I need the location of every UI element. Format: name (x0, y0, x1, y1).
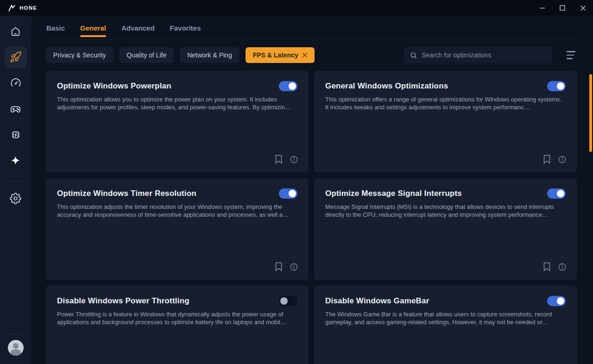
info-icon[interactable] (290, 262, 298, 271)
card-title: Optimize Windows Timer Resolution (57, 189, 196, 198)
sidebar-divider (10, 181, 22, 182)
card-description: Message Signal Interrupts (MSI) is a tec… (325, 203, 566, 219)
toggle-powerplan[interactable] (279, 81, 297, 91)
toggle-gamebar[interactable] (547, 296, 566, 306)
optimization-card-msi[interactable]: Optimize Message Signal Interrupts Messa… (314, 178, 577, 280)
bookmark-icon[interactable] (543, 262, 551, 271)
tab-favorites[interactable]: Favorites (170, 24, 201, 39)
bookmark-icon[interactable] (275, 262, 283, 271)
toggle-power-throttling[interactable] (279, 296, 297, 306)
gear-icon (10, 193, 21, 204)
filter-chip-privacy-security[interactable]: Privacy & Security (46, 47, 114, 63)
optimization-grid: Optimize Windows Powerplan This optimiza… (46, 71, 577, 364)
tab-advanced[interactable]: Advanced (121, 24, 155, 39)
sparkle-icon (10, 155, 21, 167)
optimization-card-general-windows[interactable]: General Windows Optimizations This optim… (314, 71, 577, 172)
filter-chip-quality-of-life[interactable]: Quality of Life (120, 47, 174, 63)
sort-filter-icon[interactable] (567, 51, 577, 59)
close-button[interactable] (573, 0, 593, 16)
card-title: General Windows Optimizations (325, 82, 448, 91)
card-description: This optimization offers a range of gene… (325, 96, 566, 111)
remove-filter-icon[interactable] (303, 53, 307, 57)
info-icon[interactable] (290, 155, 298, 164)
optimization-card-gamebar[interactable]: Disable Windows GameBar The Windows Game… (314, 286, 577, 364)
toggle-timer-resolution[interactable] (279, 188, 297, 199)
sidebar-divider-bottom (10, 334, 22, 334)
user-avatar[interactable] (8, 340, 24, 356)
filter-chip-fps-latency[interactable]: FPS & Latency (246, 47, 315, 63)
card-description: Power Throttling is a feature in Windows… (57, 311, 297, 326)
window-controls (532, 0, 593, 16)
tab-basic[interactable]: Basic (46, 24, 65, 39)
vertical-scrollbar-thumb[interactable] (589, 74, 592, 152)
gauge-icon (10, 77, 22, 89)
main-layout: Basic General Advanced Favorites Privacy… (0, 16, 593, 364)
tab-bar: Basic General Advanced Favorites (46, 24, 577, 40)
sidebar-item-optimizations[interactable] (5, 46, 27, 68)
tab-general[interactable]: General (80, 24, 106, 39)
filter-chip-network-ping[interactable]: Network & Ping (180, 47, 239, 63)
content-area: Basic General Advanced Favorites Privacy… (31, 16, 593, 364)
search-box (404, 47, 552, 63)
maximize-button[interactable] (552, 0, 573, 16)
card-title: Optimize Message Signal Interrupts (325, 189, 462, 198)
optimization-card-powerplan[interactable]: Optimize Windows Powerplan This optimiza… (46, 71, 309, 172)
sidebar-item-home[interactable] (5, 20, 27, 42)
app-name: HONE (19, 5, 37, 11)
sidebar-item-premium[interactable] (5, 150, 27, 172)
sidebar-item-performance[interactable] (5, 72, 27, 94)
card-description: The Windows Game Bar is a feature that a… (325, 311, 566, 326)
card-description: This optimization adjusts the timer reso… (57, 203, 297, 219)
toggle-msi[interactable] (547, 188, 566, 199)
toggle-general-windows[interactable] (547, 81, 566, 91)
info-icon[interactable] (558, 262, 567, 271)
gamepad-icon (9, 103, 22, 115)
optimization-card-timer-resolution[interactable]: Optimize Windows Timer Resolution This o… (46, 178, 309, 280)
search-icon (410, 51, 417, 59)
info-icon[interactable] (558, 155, 567, 164)
app-logo: HONE (0, 4, 37, 13)
sidebar-item-games[interactable] (5, 98, 27, 120)
titlebar: HONE (0, 0, 593, 16)
sidebar-item-hardware[interactable] (5, 124, 27, 146)
optimization-card-power-throttling[interactable]: Disable Windows Power Throttling Power T… (46, 286, 309, 364)
chip-bolt-icon (10, 129, 22, 141)
sidebar-item-settings[interactable] (5, 187, 27, 209)
sidebar (0, 16, 31, 364)
hone-logo-icon (7, 4, 16, 13)
filter-row: Privacy & Security Quality of Life Netwo… (46, 47, 577, 63)
card-title: Disable Windows GameBar (325, 296, 429, 306)
home-icon (10, 25, 21, 37)
bookmark-icon[interactable] (543, 155, 551, 164)
card-title: Optimize Windows Powerplan (57, 82, 171, 91)
card-title: Disable Windows Power Throttling (57, 296, 189, 306)
rocket-icon (10, 51, 22, 63)
search-input[interactable] (422, 51, 547, 59)
minimize-button[interactable] (532, 0, 552, 16)
bookmark-icon[interactable] (275, 155, 283, 164)
card-description: This optimization allows you to optimize… (57, 96, 297, 111)
